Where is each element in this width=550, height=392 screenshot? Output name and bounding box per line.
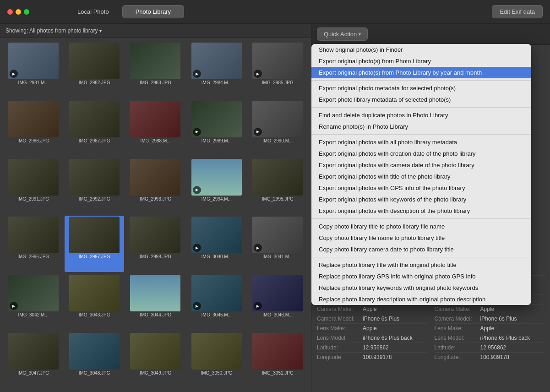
tab-local-photo[interactable]: Local Photo xyxy=(64,5,122,18)
tab-photo-library[interactable]: Photo Library xyxy=(122,5,184,18)
photo-item-p19[interactable]: ▶IMG_3040.M... xyxy=(187,216,246,272)
longitude-value-2: 100.939178 xyxy=(480,354,545,360)
latitude-value-2: 12.956862 xyxy=(480,344,545,351)
menu-item-copy-title-to-filename[interactable]: Copy photo library title to photo librar… xyxy=(311,221,531,232)
camera-make-value-2: Apple xyxy=(480,306,545,312)
showing-bar[interactable]: Showing: All photos from photo library ▾ xyxy=(0,24,311,38)
longitude-value-1: 100.939178 xyxy=(363,354,427,360)
menu-item-export-from-photo-library[interactable]: Export original photo(s) from Photo Libr… xyxy=(311,55,531,67)
camera-make-row-2: Camera Make: Apple xyxy=(435,305,545,314)
photo-item-p26[interactable]: IMG_3047.JPG xyxy=(4,332,63,388)
photo-label-p7: IMG_2987.JPG xyxy=(69,138,120,143)
photo-label-p12: IMG_2992.JPG xyxy=(69,196,120,201)
menu-item-export-camera-date[interactable]: Export original photos with camera date … xyxy=(311,159,531,171)
menu-item-export-by-year-month[interactable]: Export original photo(s) from Photo Libr… xyxy=(311,67,531,78)
menu-item-export-creation-date[interactable]: Export original photos with creation dat… xyxy=(311,148,531,159)
main-content: Showing: All photos from photo library ▾… xyxy=(0,24,550,392)
menu-separator-1 xyxy=(311,107,531,108)
tab-group: Local Photo Photo Library xyxy=(64,5,184,18)
edit-exif-button[interactable]: Edit Exif data xyxy=(492,5,543,18)
menu-separator-3 xyxy=(311,218,531,219)
quick-action-arrow-icon: ▾ xyxy=(359,32,361,37)
photo-item-p4[interactable]: ▶IMG_2984.M... xyxy=(187,42,246,98)
lens-make-value-1: Apple xyxy=(363,325,427,332)
photo-item-p22[interactable]: IMG_3043.JPG xyxy=(65,274,124,330)
photo-label-p10: IMG_2990.M... xyxy=(252,138,303,143)
photo-item-p2[interactable]: IMG_2982.JPG xyxy=(65,42,124,98)
lens-model-row-2: Lens Model: iPhone 6s Plus back xyxy=(435,333,545,343)
menu-item-rename-photos[interactable]: Rename photo(s) in Photo Library xyxy=(311,121,531,132)
play-icon: ▶ xyxy=(254,128,262,136)
menu-item-show-original-finder[interactable]: Show original photo(s) in Finder xyxy=(311,44,531,55)
photo-item-p24[interactable]: ▶IMG_3045.M... xyxy=(187,274,246,330)
menu-item-export-title[interactable]: Export original photos with title of the… xyxy=(311,171,531,182)
photo-item-p17[interactable]: IMG_2997.JPG xyxy=(65,216,124,272)
photo-item-p8[interactable]: IMG_2988.M... xyxy=(126,100,185,156)
menu-item-replace-description-original[interactable]: Replace photo library description with o… xyxy=(311,294,531,305)
photo-label-p30: IMG_3051.JPG xyxy=(252,370,303,376)
photo-label-p17: IMG_2997.JPG xyxy=(69,254,120,259)
play-icon: ▶ xyxy=(254,244,262,252)
lens-make-label-1: Lens Make: xyxy=(317,325,363,332)
maximize-button[interactable] xyxy=(24,9,29,15)
photo-item-p10[interactable]: ▶IMG_2990.M... xyxy=(248,100,307,156)
photo-item-p6[interactable]: IMG_2986.JPG xyxy=(4,100,63,156)
menu-item-export-description[interactable]: Export original photos with description … xyxy=(311,205,531,217)
photo-label-p6: IMG_2986.JPG xyxy=(8,138,59,143)
longitude-label-1: Longitude: xyxy=(317,354,363,360)
menu-item-export-keywords[interactable]: Export original photos with keywords of … xyxy=(311,194,531,205)
menu-item-replace-gps-original[interactable]: Replace photo library GPS info with orig… xyxy=(311,271,531,282)
photo-item-p5[interactable]: ▶IMG_2985.JPG xyxy=(248,42,307,98)
photo-item-p13[interactable]: IMG_2993.JPG xyxy=(126,158,185,214)
close-button[interactable] xyxy=(7,9,13,15)
play-icon: ▶ xyxy=(10,70,18,78)
photo-label-p27: IMG_3048.JPG xyxy=(69,370,120,376)
photo-item-p7[interactable]: IMG_2987.JPG xyxy=(65,100,124,156)
photo-item-p14[interactable]: ▶IMG_2994.M... xyxy=(187,158,246,214)
menu-item-replace-keywords-original[interactable]: Replace photo library keywords with orig… xyxy=(311,282,531,294)
title-bar: Local Photo Photo Library Edit Exif data xyxy=(0,0,550,24)
menu-item-copy-camera-date-to-title[interactable]: Copy photo library camera date to photo … xyxy=(311,244,531,255)
lens-model-value-2: iPhone 6s Plus back xyxy=(480,335,545,341)
photo-item-p9[interactable]: ▶IMG_2989.M... xyxy=(187,100,246,156)
photo-item-p28[interactable]: IMG_3049.JPG xyxy=(126,332,185,388)
photo-item-p16[interactable]: IMG_2996.JPG xyxy=(4,216,63,272)
photo-item-p18[interactable]: IMG_2998.JPG xyxy=(126,216,185,272)
menu-separator-4 xyxy=(311,257,531,257)
camera-model-label-1: Camera Model: xyxy=(317,316,363,322)
menu-item-find-delete-duplicates[interactable]: Find and delete duplicate photos in Phot… xyxy=(311,109,531,121)
photo-label-p22: IMG_3043.JPG xyxy=(69,312,120,317)
photo-item-p30[interactable]: IMG_3051.JPG xyxy=(248,332,307,388)
photo-label-p1: IMG_2981.M... xyxy=(8,80,59,85)
minimize-button[interactable] xyxy=(16,9,21,15)
photo-item-p11[interactable]: IMG_2991.JPG xyxy=(4,158,63,214)
photo-item-p23[interactable]: IMG_3044.JPG xyxy=(126,274,185,330)
photo-item-p27[interactable]: IMG_3048.JPG xyxy=(65,332,124,388)
quick-action-button[interactable]: Quick Action ▾ xyxy=(317,27,368,41)
longitude-row-2: Longitude: 100.939178 xyxy=(435,353,545,362)
photo-item-p29[interactable]: IMG_3050.JPG xyxy=(187,332,246,388)
photo-item-p15[interactable]: IMG_2995.JPG xyxy=(248,158,307,214)
play-icon: ▶ xyxy=(254,70,262,78)
photo-item-p21[interactable]: ▶IMG_3042.M... xyxy=(4,274,63,330)
photo-label-p21: IMG_3042.M... xyxy=(8,312,59,317)
menu-item-export-library-metadata[interactable]: Export photo library metadata of selecte… xyxy=(311,94,531,105)
menu-item-export-all-metadata[interactable]: Export original photos with all photo li… xyxy=(311,136,531,148)
play-icon: ▶ xyxy=(193,128,201,136)
photo-item-p1[interactable]: ▶IMG_2981.M... xyxy=(4,42,63,98)
photo-item-p20[interactable]: ▶IMG_3041.M... xyxy=(248,216,307,272)
lens-make-label-2: Lens Make: xyxy=(435,325,480,332)
photo-item-p3[interactable]: IMG_2983.JPG xyxy=(126,42,185,98)
menu-item-replace-title-original[interactable]: Replace photo library title with the ori… xyxy=(311,259,531,271)
play-icon: ▶ xyxy=(254,302,262,310)
photo-panel: Showing: All photos from photo library ▾… xyxy=(0,24,311,392)
photo-item-p25[interactable]: ▶IMG_3046.M... xyxy=(248,274,307,330)
menu-item-export-gps[interactable]: Export original photos with GPS info of … xyxy=(311,182,531,194)
latitude-label-2: Latitude: xyxy=(435,344,480,351)
photo-label-p20: IMG_3041.M... xyxy=(252,254,303,259)
menu-item-export-original-metadata[interactable]: Export original photo metadata for selec… xyxy=(311,82,531,94)
camera-make-label-1: Camera Make: xyxy=(317,306,363,312)
lens-make-row-1: Lens Make: Apple xyxy=(317,324,427,333)
menu-item-copy-filename-to-title[interactable]: Copy photo library file name to photo li… xyxy=(311,232,531,244)
photo-item-p12[interactable]: IMG_2992.JPG xyxy=(65,158,124,214)
